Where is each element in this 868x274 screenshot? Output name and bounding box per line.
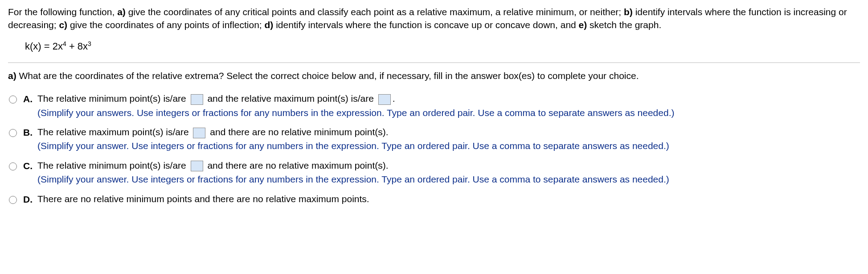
intro-seg4: give the coordinates of any points of in… [67,20,264,30]
intro-label-b: b) [624,7,633,17]
choice-c-body: The relative minimum point(s) is/are and… [37,159,860,186]
part-a-text: What are the coordinates of the relative… [16,71,639,81]
choice-b-radio-cell [9,125,23,140]
part-a-label: a) [8,71,16,81]
function-equation: k(x) = 2x4 + 8x3 [25,40,860,54]
choice-a-hint: (Simplify your answers. Use integers or … [37,106,860,119]
choice-a-input-max[interactable] [378,94,391,105]
choice-b-input-max[interactable] [193,128,205,138]
intro-label-a: a) [117,7,126,17]
choice-b-body: The relative maximum point(s) is/are and… [37,125,860,153]
choice-d-letter: D. [23,192,37,206]
choice-c-input-min[interactable] [191,161,203,171]
choices-group: A. The relative minimum point(s) is/are … [8,92,860,207]
choice-c-row: C. The relative minimum point(s) is/are … [9,159,860,186]
equation-exp1: 4 [63,40,66,47]
divider [8,62,860,63]
choice-a-line1: The relative minimum point(s) is/are and… [37,92,860,105]
intro-seg6: sketch the graph. [587,20,661,30]
choice-b-radio[interactable] [9,129,17,137]
choice-a-radio[interactable] [9,95,17,104]
choice-b-letter: B. [23,125,37,139]
intro-seg1: For the following function, [8,7,117,17]
intro-seg5: identify intervals where the function is… [273,20,578,30]
choice-a-seg3: . [393,93,395,104]
question-intro: For the following function, a) give the … [8,5,860,32]
choice-c-seg1: The relative minimum point(s) is/are [37,160,189,170]
choice-a-letter: A. [23,92,37,105]
equation-lhs: k(x) = 2x [25,41,63,52]
choice-c-radio-cell [9,159,23,174]
intro-seg2: give the coordinates of any critical poi… [126,7,624,17]
choice-d-radio[interactable] [9,196,17,204]
intro-label-d: d) [265,20,274,30]
choice-c-letter: C. [23,159,37,172]
choice-a-body: The relative minimum point(s) is/are and… [37,92,860,119]
choice-d-body: There are no relative minimum points and… [37,192,860,206]
choice-b-seg2: and there are no relative minimum point(… [207,127,388,137]
intro-label-e: e) [579,20,587,30]
choice-d-line1: There are no relative minimum points and… [37,192,860,205]
choice-c-line1: The relative minimum point(s) is/are and… [37,159,860,172]
equation-exp2: 3 [88,40,91,47]
intro-label-c: c) [59,20,67,30]
choice-d-radio-cell [9,192,23,207]
choice-a-seg1: The relative minimum point(s) is/are [37,93,189,104]
choice-c-radio[interactable] [9,162,17,170]
choice-c-seg2: and there are no relative maximum point(… [205,160,389,170]
part-a-prompt: a) What are the coordinates of the relat… [8,69,860,82]
equation-plus: + 8x [66,41,88,52]
choice-a-input-min[interactable] [191,94,203,105]
choice-a-radio-cell [9,92,23,107]
choice-a-row: A. The relative minimum point(s) is/are … [9,92,860,119]
choice-b-hint: (Simplify your answer. Use integers or f… [37,139,860,152]
choice-b-row: B. The relative maximum point(s) is/are … [9,125,860,153]
choice-b-seg1: The relative maximum point(s) is/are [37,127,191,137]
choice-c-hint: (Simplify your answer. Use integers or f… [37,173,860,186]
choice-b-line1: The relative maximum point(s) is/are and… [37,125,860,138]
choice-a-seg2: and the relative maximum point(s) is/are [205,93,377,104]
choice-d-row: D. There are no relative minimum points … [9,192,860,207]
